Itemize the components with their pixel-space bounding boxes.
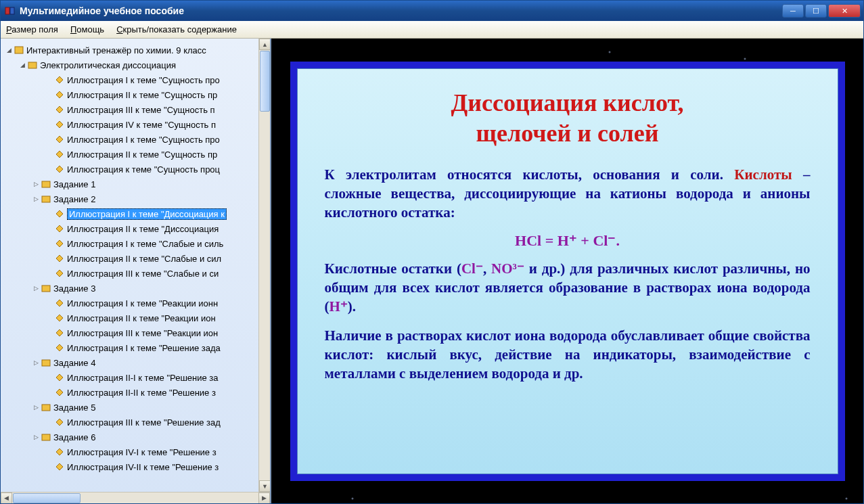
tree-root[interactable]: ◢ Интерактивный тренажёр по химии. 9 кла… (2, 43, 270, 58)
slide-text: ). (348, 298, 356, 315)
svg-marker-6 (56, 106, 63, 113)
tree-label: Задание 3 (53, 283, 95, 294)
tree-label: Иллюстрация II к теме "Слабые и сил (67, 254, 221, 264)
tree-leaf[interactable]: Иллюстрация IV к теме "Сущность п (2, 117, 270, 132)
tree-leaf[interactable]: Иллюстрация II-II к теме "Решение з (2, 385, 270, 400)
folder-icon (41, 358, 51, 367)
folder-icon (28, 60, 37, 70)
tree-leaf[interactable]: Иллюстрация III к теме "Сущность п (2, 102, 270, 117)
folder-icon (41, 403, 51, 412)
tree-leaf[interactable]: Иллюстрация III к теме "Реакции ион (2, 325, 270, 340)
tree-leaf[interactable]: Иллюстрация II к теме "Реакции ион (2, 311, 270, 325)
tree-label: Иллюстрация I к теме "Слабые и силь (67, 239, 223, 249)
menu-help[interactable]: Помощь (70, 24, 104, 35)
expand-icon[interactable]: ▷ (32, 359, 40, 367)
svg-rect-28 (42, 434, 50, 440)
tree-leaf[interactable]: Иллюстрация II к теме "Сущность пр (2, 87, 270, 102)
page-icon (55, 373, 64, 382)
collapse-icon[interactable]: ◢ (5, 46, 13, 54)
tree-section[interactable]: ◢ Электролитическая диссоциация (2, 58, 270, 72)
leaf-bullet (45, 239, 53, 248)
leaf-bullet (45, 210, 53, 218)
tree-leaf[interactable]: Иллюстрация II к теме "Сущность пр (2, 147, 270, 162)
slide: Диссоциация кислот, щелочей и солей К эл… (297, 68, 838, 474)
svg-marker-8 (56, 136, 63, 143)
tree-leaf[interactable]: Иллюстрация I к теме "Решение зада (2, 340, 270, 355)
ion-symbol: Cl⁻ (461, 260, 483, 277)
menu-field-size[interactable]: Размер поля (6, 24, 58, 35)
maximize-button[interactable]: ☐ (805, 4, 827, 18)
scroll-up-button[interactable]: ▲ (259, 39, 270, 50)
scroll-right-button[interactable]: ▶ (258, 492, 270, 504)
leaf-bullet (45, 269, 53, 277)
slide-text: К электролитам относятся кислоты, основа… (325, 166, 723, 183)
slide-text: , (483, 260, 491, 277)
tree-leaf[interactable]: Иллюстрация III к теме "Решение зад (2, 415, 270, 430)
tree-label: Электролитическая диссоциация (40, 60, 176, 70)
leaf-bullet (45, 448, 53, 456)
expand-icon[interactable]: ▷ (32, 195, 40, 203)
tree-leaf[interactable]: Иллюстрация IV-II к теме "Решение з (2, 459, 270, 474)
tree-leaf[interactable]: Иллюстрация II к теме "Диссоциация (2, 221, 270, 236)
tree-leaf[interactable]: Иллюстрация I к теме "Сущность про (2, 132, 270, 147)
folder-icon (41, 179, 51, 189)
expand-icon[interactable]: ▷ (32, 180, 40, 188)
expand-icon[interactable]: ▷ (32, 433, 40, 441)
slide-formula: HCl = H⁺ + Cl⁻. (325, 232, 811, 250)
tree-leaf[interactable]: Иллюстрация I к теме "Слабые и силь (2, 236, 270, 251)
menubar: Размер поля Помощь Скрыть/показать содер… (1, 21, 863, 39)
slide-frame: Диссоциация кислот, щелочей и солей К эл… (290, 62, 845, 481)
close-button[interactable]: ✕ (828, 4, 861, 18)
tree-task[interactable]: ▷ Задание 4 (2, 355, 270, 370)
svg-marker-4 (56, 76, 63, 83)
svg-marker-5 (56, 91, 63, 98)
leaf-bullet (45, 135, 53, 143)
leaf-bullet (45, 314, 53, 322)
tree-task[interactable]: ▷ Задание 1 (2, 177, 270, 191)
tree-label: Иллюстрация III к теме "Решение зад (67, 417, 221, 428)
tree-task[interactable]: ▷ Задание 6 (2, 430, 270, 444)
tree-label: Иллюстрация IV к теме "Сущность п (67, 120, 216, 130)
svg-marker-29 (56, 449, 63, 455)
scroll-thumb[interactable] (13, 493, 81, 503)
tree-label: Задание 4 (53, 358, 95, 368)
vertical-scrollbar[interactable]: ▲ ▼ (258, 39, 270, 492)
tree-leaf[interactable]: Иллюстрация II к теме "Слабые и сил (2, 251, 270, 266)
tree-leaf[interactable]: Иллюстрация к теме "Сущность проц (2, 162, 270, 177)
leaf-bullet (45, 165, 53, 173)
page-icon (55, 388, 64, 397)
tree-leaf[interactable]: Иллюстрация I к теме "Реакции ионн (2, 296, 270, 311)
scroll-left-button[interactable]: ◀ (1, 492, 12, 504)
folder-icon (41, 432, 51, 442)
toc-tree[interactable]: ◢ Интерактивный тренажёр по химии. 9 кла… (1, 39, 270, 492)
svg-marker-13 (56, 210, 63, 217)
leaf-bullet (45, 76, 53, 84)
scroll-down-button[interactable]: ▼ (259, 480, 270, 492)
leaf-bullet (45, 299, 53, 307)
menu-toggle-toc[interactable]: Скрыть/показать содержание (116, 24, 237, 35)
tree-leaf[interactable]: Иллюстрация II-I к теме "Решение за (2, 370, 270, 385)
tree-label: Задание 5 (53, 403, 95, 413)
minimize-button[interactable]: ─ (782, 4, 804, 18)
expand-icon[interactable]: ▷ (32, 284, 40, 292)
collapse-icon[interactable]: ◢ (18, 61, 26, 69)
expand-icon[interactable]: ▷ (32, 403, 40, 411)
tree-label: Иллюстрация IV-I к теме "Решение з (67, 447, 217, 457)
tree-leaf[interactable]: Иллюстрация III к теме "Слабые и си (2, 266, 270, 281)
page-icon (55, 447, 64, 457)
svg-marker-9 (56, 151, 63, 158)
tree-task[interactable]: ▷ Задание 5 (2, 400, 270, 415)
tree-leaf[interactable]: Иллюстрация I к теме "Диссоциация к (2, 206, 270, 221)
page-icon (55, 462, 64, 472)
tree-task[interactable]: ▷ Задание 2 (2, 191, 270, 206)
tree-leaf[interactable]: Иллюстрация I к теме "Сущность про (2, 72, 270, 87)
tree-task[interactable]: ▷ Задание 3 (2, 281, 270, 296)
svg-marker-21 (56, 329, 63, 336)
horizontal-scrollbar[interactable]: ◀ ▶ (1, 492, 270, 503)
svg-rect-12 (42, 196, 50, 202)
slide-paragraph: Наличие в растворах кислот иона водорода… (325, 326, 811, 384)
scroll-thumb[interactable] (260, 51, 270, 112)
svg-marker-17 (56, 270, 63, 277)
tree-leaf[interactable]: Иллюстрация IV-I к теме "Решение з (2, 444, 270, 459)
page-icon (55, 150, 64, 159)
